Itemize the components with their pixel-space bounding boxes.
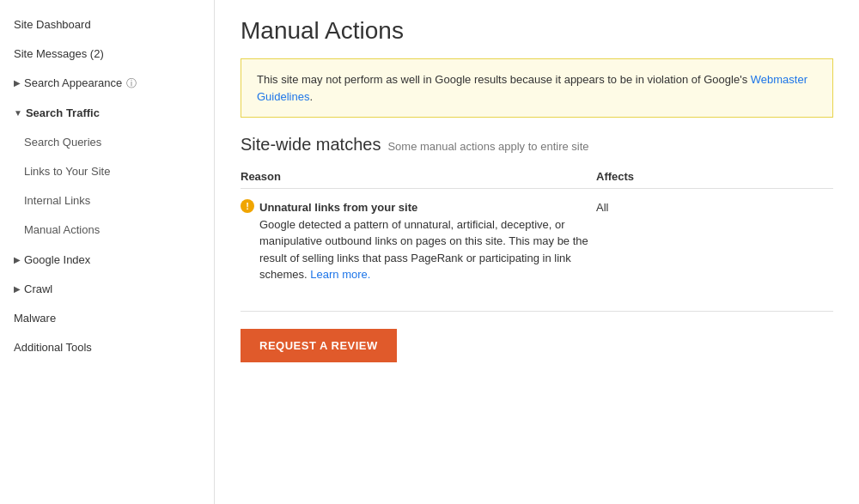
sidebar-item-label: Additional Tools bbox=[14, 340, 92, 355]
reason-text: Unnatural links from your site Google de… bbox=[259, 199, 589, 283]
request-review-button[interactable]: REQUEST A REVIEW bbox=[241, 329, 397, 362]
page-title: Manual Actions bbox=[241, 17, 833, 45]
sidebar-item-search-traffic[interactable]: ▼ Search Traffic bbox=[0, 99, 214, 128]
sidebar-item-label: Site Messages (2) bbox=[14, 46, 104, 62]
sidebar-item-label: Search Traffic bbox=[26, 106, 100, 121]
sidebar-item-label: Crawl bbox=[24, 282, 52, 297]
sidebar-item-label: Internal Links bbox=[24, 193, 90, 209]
sidebar-item-site-messages[interactable]: Site Messages (2) bbox=[0, 39, 214, 69]
sidebar-item-label: Search Appearance bbox=[24, 76, 122, 91]
webmaster-guidelines-link[interactable]: Webmaster Guidelines bbox=[257, 73, 807, 103]
chevron-right-icon: ▶ bbox=[14, 254, 21, 266]
sidebar: Site Dashboard Site Messages (2) ▶ Searc… bbox=[0, 0, 215, 504]
sidebar-item-google-index[interactable]: ▶ Google Index bbox=[0, 246, 214, 275]
section-title-text: Site-wide matches bbox=[241, 135, 381, 155]
sidebar-item-additional-tools[interactable]: Additional Tools bbox=[0, 333, 214, 362]
reason-cell: ! Unnatural links from your site Google … bbox=[241, 189, 596, 294]
chevron-down-icon: ▼ bbox=[14, 107, 22, 119]
section-subtitle: Some manual actions apply to entire site bbox=[387, 140, 588, 153]
sidebar-item-label: Manual Actions bbox=[24, 222, 100, 238]
sidebar-item-links-to-your-site[interactable]: Links to Your Site bbox=[0, 157, 214, 186]
section-title: Site-wide matches Some manual actions ap… bbox=[241, 135, 833, 155]
matches-table: Reason Affects ! Unnatural links from yo… bbox=[241, 165, 833, 294]
sidebar-item-label: Malware bbox=[14, 311, 56, 326]
reason-body: Google detected a pattern of unnatural, … bbox=[259, 218, 588, 282]
learn-more-link[interactable]: Learn more. bbox=[310, 268, 370, 281]
col-affects: Affects bbox=[596, 165, 833, 189]
reason-body-text: Google detected a pattern of unnatural, … bbox=[259, 218, 588, 282]
warning-icon: ! bbox=[241, 199, 254, 213]
sidebar-item-crawl[interactable]: ▶ Crawl bbox=[0, 275, 214, 304]
sidebar-item-label: Google Index bbox=[24, 252, 90, 268]
warning-text: This site may not perform as well in Goo… bbox=[257, 73, 807, 103]
chevron-right-icon: ▶ bbox=[14, 77, 21, 89]
sidebar-item-label: Site Dashboard bbox=[14, 17, 91, 33]
sidebar-item-manual-actions[interactable]: Manual Actions bbox=[0, 216, 214, 245]
col-reason: Reason bbox=[241, 165, 596, 189]
sidebar-item-label: Search Queries bbox=[24, 135, 101, 150]
sidebar-item-site-dashboard[interactable]: Site Dashboard bbox=[0, 10, 214, 39]
main-content: Manual Actions This site may not perform… bbox=[215, 0, 859, 504]
chevron-right-icon: ▶ bbox=[14, 283, 21, 295]
divider bbox=[241, 311, 833, 312]
sidebar-item-label: Links to Your Site bbox=[24, 164, 110, 179]
info-icon: ⓘ bbox=[126, 76, 137, 91]
warning-box: This site may not perform as well in Goo… bbox=[241, 58, 833, 118]
table-row: ! Unnatural links from your site Google … bbox=[241, 189, 833, 294]
reason-title: Unnatural links from your site bbox=[259, 201, 417, 214]
sidebar-item-internal-links[interactable]: Internal Links bbox=[0, 186, 214, 216]
sidebar-item-malware[interactable]: Malware bbox=[0, 304, 214, 333]
sidebar-item-search-appearance[interactable]: ▶ Search Appearance ⓘ bbox=[0, 69, 214, 98]
sidebar-item-search-queries[interactable]: Search Queries bbox=[0, 128, 214, 157]
affects-cell: All bbox=[596, 189, 833, 294]
